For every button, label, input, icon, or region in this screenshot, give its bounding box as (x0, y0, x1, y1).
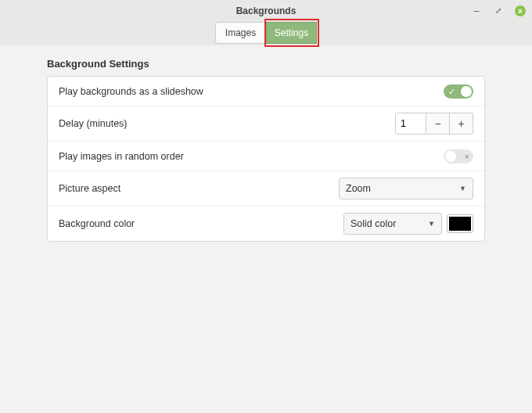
window-controls: – ⤢ × (471, 0, 526, 22)
aspect-select[interactable]: Zoom ▼ (339, 178, 473, 199)
bgcolor-mode-value: Solid color (350, 218, 396, 229)
titlebar: Backgrounds – ⤢ × (0, 0, 532, 22)
delay-increment-button[interactable]: + (450, 113, 473, 135)
bgcolor-swatch[interactable] (447, 214, 473, 233)
bgcolor-label: Background color (59, 218, 135, 229)
delay-label: Delay (minutes) (59, 118, 128, 129)
random-toggle[interactable]: × (444, 149, 473, 163)
row-random: Play images in random order × (48, 142, 484, 171)
tab-bar: Images Settings (0, 22, 532, 45)
row-delay: Delay (minutes) − + (48, 106, 484, 142)
delay-input[interactable] (395, 113, 426, 135)
toggle-knob (461, 86, 472, 97)
section-title: Background Settings (47, 58, 485, 70)
window-title: Backgrounds (236, 5, 297, 16)
close-icon[interactable]: × (515, 5, 526, 16)
row-aspect: Picture aspect Zoom ▼ (48, 171, 484, 206)
tab-images[interactable]: Images (215, 22, 266, 44)
check-icon: ✓ (448, 86, 455, 97)
aspect-label: Picture aspect (59, 183, 120, 194)
delay-stepper: − + (395, 113, 473, 135)
settings-panel: Play backgrounds as a slideshow ✓ Delay … (47, 76, 485, 242)
chevron-down-icon: ▼ (459, 185, 466, 192)
delay-decrement-button[interactable]: − (426, 113, 450, 135)
bgcolor-mode-select[interactable]: Solid color ▼ (343, 213, 442, 235)
minimize-icon[interactable]: – (471, 5, 482, 16)
slideshow-toggle[interactable]: ✓ (444, 84, 473, 99)
row-slideshow: Play backgrounds as a slideshow ✓ (48, 77, 484, 106)
aspect-value: Zoom (346, 183, 371, 194)
swatch-inner (449, 217, 471, 231)
maximize-icon[interactable]: ⤢ (493, 5, 504, 16)
tab-settings[interactable]: Settings (266, 22, 317, 44)
chevron-down-icon: ▼ (428, 220, 435, 228)
random-label: Play images in random order (59, 151, 184, 162)
x-icon: × (465, 151, 469, 162)
content-area: Background Settings Play backgrounds as … (0, 45, 532, 254)
slideshow-label: Play backgrounds as a slideshow (59, 86, 203, 97)
row-bgcolor: Background color Solid color ▼ (48, 206, 484, 241)
toggle-knob (445, 151, 456, 162)
